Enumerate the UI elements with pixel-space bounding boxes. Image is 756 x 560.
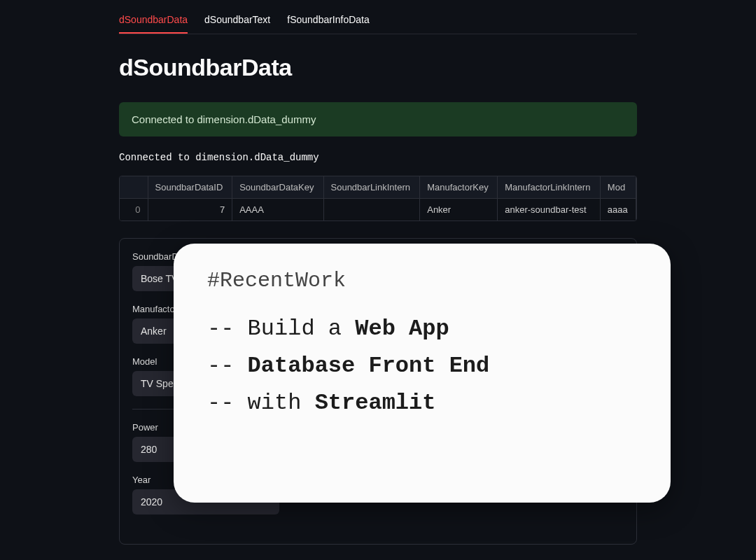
overlay-line-3-prefix: -- with [207, 390, 315, 416]
overlay-line-1-bold: Web App [355, 316, 449, 342]
col-soundbardatakey: SoundbarDataKey [232, 176, 323, 199]
cell-manufactorkey: Anker [420, 199, 498, 221]
tab-dsoundbardata[interactable]: dSoundbarData [119, 14, 188, 34]
cell-soundbardataid: 7 [148, 199, 232, 221]
tab-fsoundbarinfodata[interactable]: fSoundbarInfoData [287, 14, 370, 34]
overlay-line-2-prefix: -- [207, 353, 248, 379]
col-soundbarlinkintern: SoundbarLinkIntern [323, 176, 420, 199]
overlay-recentwork: #RecentWork -- Build a Web App -- Databa… [174, 244, 671, 503]
overlay-line-2-bold: Database Front End [248, 353, 490, 379]
table-header-row: SoundbarDataID SoundbarDataKey SoundbarL… [120, 176, 636, 199]
col-manufactorlinkintern: ManufactorLinkIntern [498, 176, 601, 199]
col-manufactorkey: ManufactorKey [420, 176, 498, 199]
page-title: dSoundbarData [119, 54, 637, 81]
cell-mod: aaaa [600, 199, 636, 221]
overlay-line-3: -- with Streamlit [207, 385, 637, 422]
cell-manufactorlinkintern: anker-soundbar-test [498, 199, 601, 221]
overlay-line-2: -- Database Front End [207, 348, 637, 385]
col-soundbardataid: SoundbarDataID [148, 176, 232, 199]
overlay-line-1: -- Build a Web App [207, 311, 637, 348]
overlay-heading: #RecentWork [207, 269, 637, 293]
overlay-line-3-bold: Streamlit [315, 390, 436, 416]
cell-index: 0 [120, 199, 148, 221]
alert-success: Connected to dimension.dData_dummy [119, 102, 637, 136]
tab-bar: dSoundbarData dSoundbarText fSoundbarInf… [119, 14, 637, 34]
cell-soundbarlinkintern [323, 199, 420, 221]
col-index [120, 176, 148, 199]
overlay-line-1-prefix: -- Build a [207, 316, 355, 342]
cell-soundbardatakey: AAAA [232, 199, 323, 221]
table-row[interactable]: 0 7 AAAA Anker anker-soundbar-test aaaa [120, 199, 636, 221]
data-table: SoundbarDataID SoundbarDataKey SoundbarL… [119, 176, 637, 221]
status-text: Connected to dimension.dData_dummy [119, 152, 637, 163]
tab-dsoundbartext[interactable]: dSoundbarText [204, 14, 270, 34]
col-mod: Mod [600, 176, 636, 199]
